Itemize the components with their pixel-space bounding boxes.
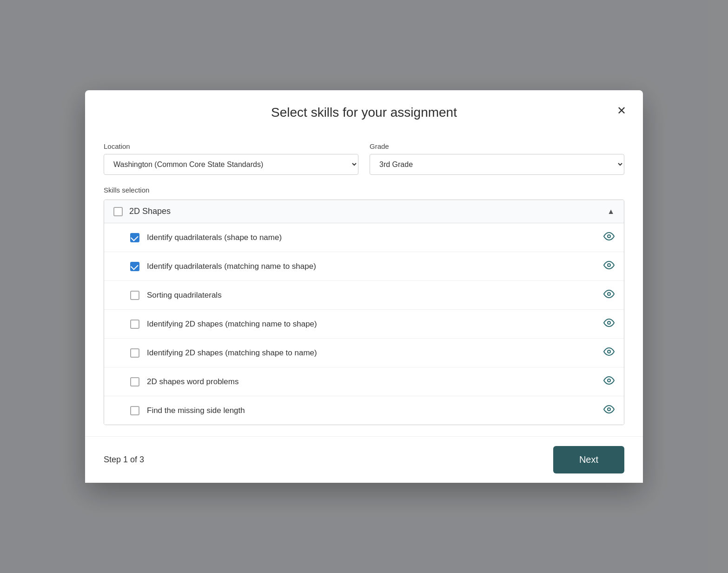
- skill-row-6: 2D shapes word problems: [104, 367, 624, 396]
- location-select[interactable]: Washington (Common Core State Standards): [104, 154, 358, 175]
- location-label: Location: [104, 142, 358, 150]
- modal-overlay: Select skills for your assignment ✕ Loca…: [0, 0, 728, 573]
- skill-label-1: Identify quadrilaterals (shape to name): [147, 233, 603, 242]
- modal-title: Select skills for your assignment: [271, 105, 457, 120]
- skill-label-5: Identifying 2D shapes (matching shape to…: [147, 348, 603, 358]
- skill-checkbox-3[interactable]: [130, 291, 139, 300]
- next-button[interactable]: Next: [553, 446, 624, 473]
- skill-label-6: 2D shapes word problems: [147, 377, 603, 386]
- grade-label: Grade: [370, 142, 624, 150]
- skill-row-5: Identifying 2D shapes (matching shape to…: [104, 339, 624, 367]
- grade-group: Grade 3rd Grade 1st Grade 2nd Grade 4th …: [370, 142, 624, 175]
- svg-point-5: [608, 379, 610, 382]
- svg-point-2: [608, 293, 610, 295]
- svg-point-3: [608, 321, 610, 324]
- category-checkbox-2d-shapes[interactable]: [113, 207, 123, 216]
- skill-label-4: Identifying 2D shapes (matching name to …: [147, 320, 603, 329]
- skill-label-7: Find the missing side length: [147, 406, 603, 415]
- skill-label-2: Identify quadrilaterals (matching name t…: [147, 262, 603, 271]
- eye-icon-6[interactable]: [603, 375, 615, 388]
- eye-icon-3[interactable]: [603, 288, 615, 302]
- skill-row-4: Identifying 2D shapes (matching name to …: [104, 310, 624, 339]
- skills-table: 2D Shapes ▲ Identify quadrilaterals (sha…: [104, 200, 624, 425]
- modal-body: Location Washington (Common Core State S…: [85, 131, 643, 436]
- skill-row-3: Sorting quadrilaterals: [104, 281, 624, 310]
- skills-section: Skills selection 2D Shapes ▲ Identify qu…: [104, 186, 624, 425]
- modal-dialog: Select skills for your assignment ✕ Loca…: [85, 90, 643, 483]
- category-label-2d-shapes: 2D Shapes: [129, 207, 607, 216]
- skill-checkbox-4[interactable]: [130, 320, 139, 329]
- skill-checkbox-2[interactable]: [130, 262, 139, 271]
- step-indicator: Step 1 of 3: [104, 455, 144, 465]
- eye-icon-7[interactable]: [603, 404, 615, 417]
- skills-section-label: Skills selection: [104, 186, 624, 194]
- location-group: Location Washington (Common Core State S…: [104, 142, 358, 175]
- modal-header: Select skills for your assignment ✕: [85, 90, 643, 131]
- skill-row-2: Identify quadrilaterals (matching name t…: [104, 252, 624, 281]
- grade-select[interactable]: 3rd Grade 1st Grade 2nd Grade 4th Grade …: [370, 154, 624, 175]
- skill-checkbox-5[interactable]: [130, 348, 139, 358]
- collapse-icon-2d-shapes[interactable]: ▲: [607, 207, 615, 216]
- eye-icon-5[interactable]: [603, 346, 615, 360]
- category-row-2d-shapes[interactable]: 2D Shapes ▲: [104, 200, 624, 223]
- close-button[interactable]: ✕: [615, 103, 628, 118]
- svg-point-4: [608, 350, 610, 353]
- form-row: Location Washington (Common Core State S…: [104, 142, 624, 175]
- skill-label-3: Sorting quadrilaterals: [147, 291, 603, 300]
- skill-checkbox-1[interactable]: [130, 233, 139, 242]
- eye-icon-4[interactable]: [603, 317, 615, 331]
- svg-point-1: [608, 264, 610, 267]
- modal-footer: Step 1 of 3 Next: [85, 436, 643, 483]
- skill-row-7: Find the missing side length: [104, 396, 624, 425]
- eye-icon-1[interactable]: [603, 231, 615, 244]
- svg-point-0: [608, 235, 610, 238]
- skill-row-1: Identify quadrilaterals (shape to name): [104, 223, 624, 252]
- eye-icon-2[interactable]: [603, 260, 615, 273]
- svg-point-6: [608, 408, 610, 411]
- skill-checkbox-7[interactable]: [130, 406, 139, 415]
- skill-checkbox-6[interactable]: [130, 377, 139, 386]
